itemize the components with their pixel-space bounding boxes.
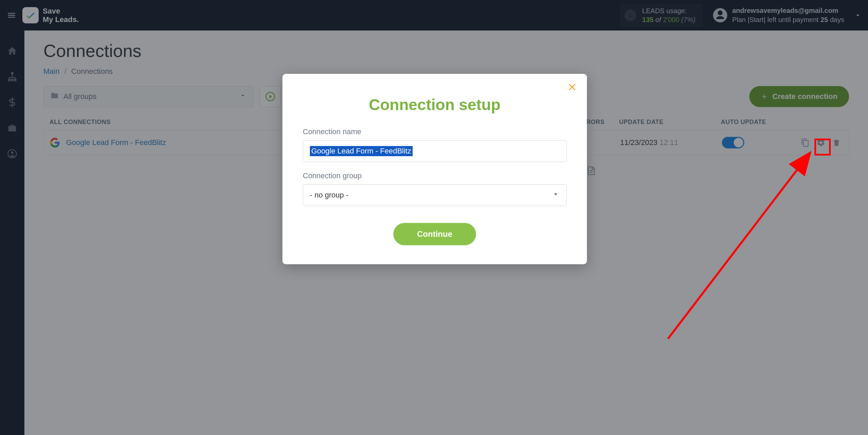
close-icon xyxy=(567,82,577,92)
modal-title: Connection setup xyxy=(303,96,567,114)
connection-group-value: - no group - xyxy=(310,191,349,200)
connection-group-select[interactable]: - no group - xyxy=(303,184,567,206)
connection-name-value: Google Lead Form - FeedBlitz xyxy=(310,146,413,156)
connection-setup-modal: Connection setup Connection name Google … xyxy=(282,74,587,264)
chevron-down-icon xyxy=(552,190,559,200)
modal-close-button[interactable] xyxy=(567,82,577,94)
connection-name-input[interactable]: Google Lead Form - FeedBlitz xyxy=(303,140,567,162)
connection-name-label: Connection name xyxy=(303,127,567,136)
continue-button[interactable]: Continue xyxy=(393,223,476,245)
connection-group-label: Connection group xyxy=(303,171,567,180)
